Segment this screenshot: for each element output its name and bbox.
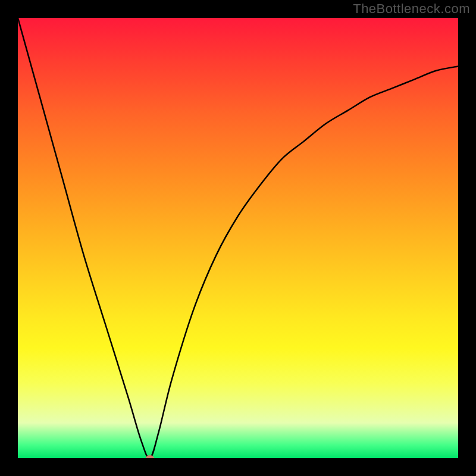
chart-frame: TheBottleneck.com [0,0,476,476]
bottleneck-curve [18,18,458,458]
optimal-marker [146,455,154,458]
watermark-text: TheBottleneck.com [353,1,470,17]
plot-area [18,18,458,458]
